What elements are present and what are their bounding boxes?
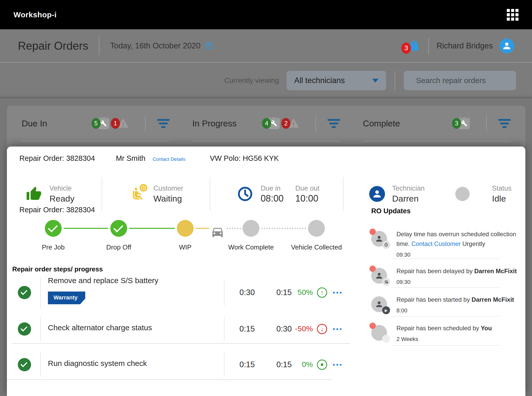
- time-delta: -50%: [284, 324, 313, 333]
- step-complete-check-icon: [18, 322, 31, 336]
- divider: [12, 343, 350, 344]
- repair-order-number: Repair Order: 3828304: [19, 154, 95, 163]
- divider: [224, 352, 224, 377]
- scheduled-jobs-icon: 3: [458, 117, 470, 129]
- user-name: Richard Bridges: [436, 41, 493, 50]
- divider: [391, 316, 500, 316]
- calendar-icon[interactable]: [205, 41, 213, 50]
- app-bar: Workshop-i: [0, 0, 532, 29]
- clock-badge-icon: [140, 184, 147, 192]
- contact-customer-link[interactable]: Contact Customer: [411, 240, 461, 247]
- customer-waiting-icon: [129, 186, 146, 202]
- progress-repair-order-number: Repair Order: 3828304: [19, 206, 95, 214]
- search-input[interactable]: [416, 76, 515, 85]
- warranty-badge: Warranty: [48, 292, 85, 304]
- divider: [391, 287, 500, 288]
- toolbar: Currently viewing All technicians: [0, 63, 532, 98]
- stepper-connector: [227, 228, 241, 229]
- technician-filter-dropdown[interactable]: All technicians: [287, 71, 386, 90]
- scheduled-jobs-icon: 5: [98, 117, 109, 129]
- alert-dot-icon: [369, 266, 376, 272]
- ro-updates-title: RO Updates: [371, 207, 527, 215]
- screen: Workshop-i Repair Orders Today, 16th Oct…: [0, 0, 532, 396]
- status-value: Idle: [492, 193, 512, 204]
- divider: [210, 177, 210, 211]
- filter-icon[interactable]: [157, 119, 169, 128]
- apps-grid-icon[interactable]: [507, 9, 518, 21]
- step-name: Check alternator charge status: [48, 323, 152, 332]
- update-actor: You: [481, 325, 492, 332]
- vehicle-status-value: Ready: [49, 193, 74, 204]
- step-label: WIP: [152, 243, 218, 251]
- alert-jobs-icon: 2: [287, 117, 299, 129]
- contact-details-link[interactable]: Contact Details: [153, 156, 185, 162]
- row-menu-button[interactable]: •••: [333, 289, 343, 296]
- repair-order-modal: Repair Order: 3828304 Mr Smith Contact D…: [7, 147, 525, 396]
- vehicle-description: VW Polo: HG56 KYK: [210, 154, 279, 163]
- column-label: Complete: [363, 118, 458, 128]
- app-title: Workshop-i: [14, 10, 57, 19]
- update-text: Delay time has overrun scheduled collect…: [396, 229, 519, 260]
- divider: [224, 317, 224, 341]
- divider: [428, 37, 429, 54]
- play-icon: ▶: [382, 306, 390, 314]
- user-avatar[interactable]: [499, 38, 514, 53]
- date-picker[interactable]: Today, 16th October 2020: [110, 41, 213, 50]
- estimated-time: 0:30: [229, 288, 255, 297]
- scheduled-count-badge: 3: [452, 118, 461, 129]
- customer-status-value: Waiting: [153, 193, 183, 204]
- divider: [99, 37, 99, 55]
- step-row: Check alternator charge status 0:15 0:30…: [12, 315, 354, 344]
- divider: [7, 379, 332, 380]
- technician-status: Technician Darren: [369, 176, 425, 212]
- update-actor: Darren McFixit: [474, 268, 517, 274]
- row-menu-button[interactable]: •••: [333, 361, 343, 368]
- column-badges: 3: [458, 117, 470, 129]
- header-right: 3 Richard Bridges: [407, 37, 514, 54]
- step-label: Vehicle Collected: [283, 243, 350, 251]
- column-badges: 5 1: [98, 117, 129, 129]
- technician-filter-value: All technicians: [294, 76, 372, 85]
- currently-viewing-label: Currently viewing: [224, 76, 279, 85]
- alert-count-badge: 1: [111, 118, 120, 129]
- notifications-bell-icon[interactable]: 3: [407, 38, 421, 54]
- search-box[interactable]: [404, 71, 516, 90]
- vehicle-status-label: Vehicle: [49, 184, 74, 193]
- step-label: Pre Job: [20, 243, 86, 251]
- filter-icon[interactable]: [328, 119, 340, 128]
- ro-updates-panel: RO Updates Delay time has overrun schedu…: [371, 207, 527, 215]
- dot-circle-icon: [317, 360, 327, 370]
- step-name: Run diagnostic system check: [48, 359, 147, 368]
- step-vehicle-collected-icon: [308, 220, 325, 237]
- steps-section-title: Repair order steps/ progress: [12, 265, 103, 273]
- stopwatch-icon: [382, 241, 390, 249]
- step-row: Remove and replace S/S battery Warranty …: [12, 273, 354, 313]
- alert-dot-icon: [369, 229, 376, 235]
- car-icon: [211, 225, 224, 239]
- filter-icon[interactable]: [498, 119, 511, 128]
- step-work-complete-icon: [243, 220, 259, 237]
- row-menu-button[interactable]: •••: [333, 325, 343, 333]
- status-label: Status: [492, 184, 512, 193]
- update-avatar: ▶: [371, 296, 387, 312]
- technician-label: Technician: [392, 184, 425, 193]
- update-time: 2 Weeks: [396, 334, 519, 344]
- time-delta: 0%: [284, 360, 313, 369]
- arrow-down-circle-icon: ↓: [317, 324, 327, 334]
- divider: [102, 177, 102, 211]
- idle-status: Status Idle: [455, 176, 512, 212]
- customer-name: Mr Smith: [116, 154, 145, 163]
- time-delta: 50%: [284, 288, 313, 297]
- step-pre-job-icon: [45, 220, 62, 237]
- due-times: Due in 08:00 Due out 10:00: [237, 176, 320, 212]
- column-header: In Progress 4 2: [192, 106, 340, 141]
- update-text: Repair has been scheduled by You 2 Weeks: [396, 323, 519, 344]
- divider: [40, 277, 41, 309]
- divider: [486, 115, 487, 132]
- column-label: In Progress: [192, 118, 268, 128]
- estimated-time: 0:15: [229, 324, 255, 334]
- step-drop-off-icon: [110, 220, 127, 237]
- date-text: Today, 16th October 2020: [110, 41, 200, 50]
- due-in-label: Due in: [261, 184, 284, 193]
- stepper-connector: [261, 228, 306, 229]
